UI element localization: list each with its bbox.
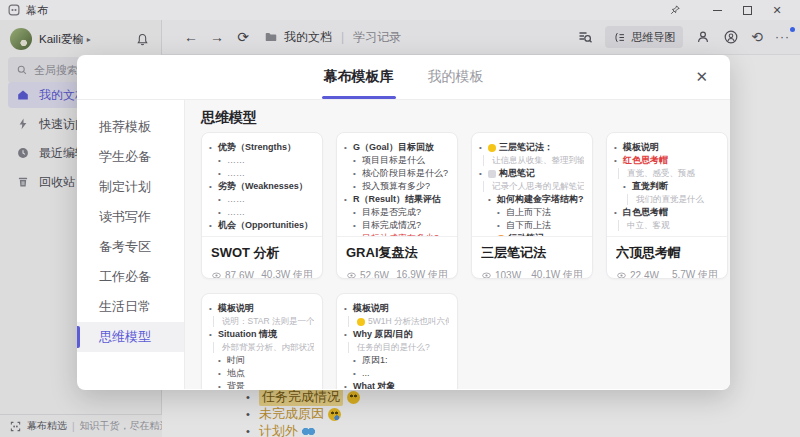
preview-line: •核心阶段目标是什么? [353, 167, 449, 180]
card-title: 六顶思考帽 [616, 244, 718, 262]
close-icon[interactable]: ✕ [695, 68, 708, 86]
maximize-button[interactable] [732, 0, 762, 20]
modal-tab[interactable]: 我的模板 [426, 55, 486, 99]
template-card[interactable]: •模板说明•红色思考帽直觉、感受、预感•直觉判断我们的直觉是什么•白色思考帽中立… [606, 132, 728, 279]
preview-line-text: 任务的目的是什么? [357, 341, 430, 354]
preview-line-text: 机会（Opportunities） [218, 219, 313, 232]
bulb-icon [357, 318, 365, 326]
bullet-icon: • [218, 206, 227, 219]
category-item[interactable]: 学生必备 [77, 142, 184, 172]
category-item[interactable]: 思维模型 [77, 322, 184, 352]
preview-line: •机会（Opportunities） [209, 219, 314, 232]
preview-line-text: 红色思考帽 [623, 154, 668, 167]
preview-line: •…… [218, 206, 314, 219]
bullet-icon: • [344, 328, 353, 341]
bullet-icon: • [614, 206, 623, 219]
preview-line: •模板说明 [344, 302, 449, 315]
bullet-icon: • [218, 354, 227, 367]
preview-line: •模板说明 [209, 302, 314, 315]
preview-line-text: 我们的直觉是什么 [636, 193, 704, 206]
card-footer: 六顶思考帽22.4W5.7W 使用 [607, 237, 727, 279]
category-item[interactable]: 备考专区 [77, 232, 184, 262]
preview-line-text: 原因1: [362, 354, 388, 367]
views-count: 52.6W [360, 270, 389, 280]
bullet-icon: • [209, 302, 218, 315]
preview-line: •自上而下法 [497, 206, 584, 219]
preview-line: •目标是否完成? [353, 206, 449, 219]
bullet-icon: • [353, 367, 362, 380]
preview-line: •红色思考帽 [614, 154, 719, 167]
preview-line-text: 构思笔记 [499, 167, 535, 180]
bullet-icon: • [353, 354, 362, 367]
category-item[interactable]: 读书写作 [77, 202, 184, 232]
preview-line-text: 外部背景分析、内部状况和... [222, 341, 314, 354]
modal-body: 推荐模板学生必备制定计划读书写作备考专区工作必备生活日常思维模型 思维模型 •优… [77, 100, 730, 389]
preview-line: •目标完成情况? [353, 219, 449, 232]
template-card[interactable]: •三层笔记法：让信息从收集、整理到输出...•构思笔记记录个人思考的见解笔记•如… [471, 132, 593, 279]
preview-line: •白色思考帽 [614, 206, 719, 219]
card-uses: 5.7W 使用 [672, 268, 718, 279]
preview-line-text: 自上而下法 [506, 206, 551, 219]
preview-line-text: 记录个人思考的见解笔记 [492, 180, 584, 193]
template-content: 思维模型 •优势（Strengths）•……•……•劣势（Weaknesses）… [185, 100, 730, 389]
bullet-icon: • [488, 193, 497, 206]
pin-icon[interactable] [660, 0, 690, 20]
preview-line-text: …… [227, 206, 245, 219]
bullet-icon: • [218, 380, 227, 389]
preview-line: 让信息从收集、整理到输出... [479, 154, 584, 167]
bullet-icon: • [218, 193, 227, 206]
card-title: GRAI复盘法 [346, 244, 448, 262]
preview-line-text: 目标是否完成? [362, 206, 421, 219]
bullet-icon: • [479, 141, 488, 154]
chat-icon [488, 170, 496, 178]
template-card[interactable]: •优势（Strengths）•……•……•劣势（Weaknesses）•……•…… [201, 132, 323, 279]
preview-line: •模板说明 [614, 141, 719, 154]
minimize-button[interactable] [702, 0, 732, 20]
window-title: 幕布 [26, 3, 48, 18]
bullet-icon: • [209, 328, 218, 341]
close-window-button[interactable]: ✕ [762, 0, 792, 20]
modal-header: 幕布模板库我的模板 ✕ [77, 55, 730, 100]
preview-line: •构思笔记 [479, 167, 584, 180]
preview-line: •劣势（Weaknesses） [209, 180, 314, 193]
bullet-icon: • [497, 206, 506, 219]
card-title: 三层笔记法 [481, 244, 583, 262]
bullet-icon: • [353, 167, 362, 180]
bullet-icon: • [353, 219, 362, 232]
preview-line: 任务的目的是什么? [344, 341, 449, 354]
preview-line-text: 直觉判断 [632, 180, 668, 193]
card-footer: 三层笔记法103W40.1W 使用 [472, 237, 592, 279]
preview-line: •如何构建金字塔结构? [488, 193, 584, 206]
bullet-icon: • [209, 219, 218, 232]
template-card[interactable]: •G（Goal）目标回放•项目目标是什么•核心阶段目标是什么?•投入预算有多少?… [336, 132, 458, 279]
preview-line: 5W1H 分析法也叫六何分... [344, 315, 449, 328]
preview-line: •…… [218, 167, 314, 180]
preview-line-text: What 对象 [353, 380, 396, 389]
card-views: 52.6W [346, 270, 389, 280]
category-item[interactable]: 工作必备 [77, 262, 184, 292]
preview-line-text: Why 原因/目的 [353, 328, 413, 341]
template-card-grid: •优势（Strengths）•……•……•劣势（Weaknesses）•……•…… [201, 132, 730, 389]
bullet-icon: • [344, 302, 353, 315]
preview-line: •背景 [218, 380, 314, 389]
category-item[interactable]: 生活日常 [77, 292, 184, 322]
preview-line: •优势（Strengths） [209, 141, 314, 154]
card-views: 87.6W [211, 270, 254, 280]
eye-icon [616, 270, 627, 280]
modal-tab[interactable]: 幕布模板库 [322, 55, 396, 99]
preview-line-text: ... [362, 367, 370, 380]
template-category-list: 推荐模板学生必备制定计划读书写作备考专区工作必备生活日常思维模型 [77, 100, 185, 389]
preview-line: •What 对象 [344, 380, 449, 389]
card-preview: •G（Goal）目标回放•项目目标是什么•核心阶段目标是什么?•投入预算有多少?… [337, 133, 457, 237]
preview-line-text: …… [227, 167, 245, 180]
preview-line-text: 模板说明 [623, 141, 659, 154]
template-card[interactable]: •模板说明5W1H 分析法也叫六何分...•Why 原因/目的任务的目的是什么?… [336, 293, 458, 389]
category-item[interactable]: 制定计划 [77, 172, 184, 202]
preview-line-text: R（Result）结果评估 [353, 193, 441, 206]
template-card[interactable]: •模板说明说明：STAR 法则是一个梳理...•Situation 情境外部背景… [201, 293, 323, 389]
eye-icon [211, 270, 222, 280]
category-item[interactable]: 推荐模板 [77, 112, 184, 142]
card-stats: 52.6W16.9W 使用 [346, 268, 448, 279]
eye-icon [346, 270, 357, 280]
preview-line: •…… [218, 193, 314, 206]
